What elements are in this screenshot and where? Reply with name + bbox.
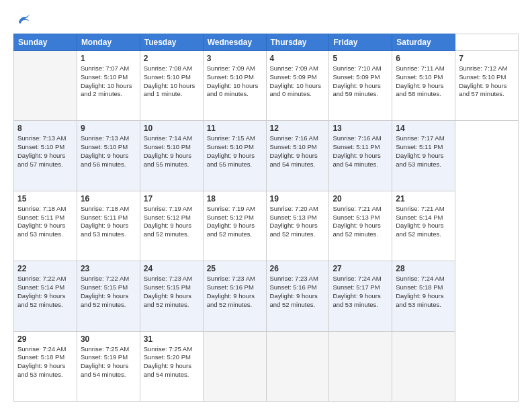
calendar-day: 2Sunrise: 7:08 AMSunset: 5:10 PMDaylight… (140, 51, 203, 121)
calendar-day: 26Sunrise: 7:23 AMSunset: 5:16 PMDayligh… (266, 261, 329, 331)
calendar-day: 5Sunrise: 7:10 AMSunset: 5:09 PMDaylight… (329, 51, 392, 121)
day-number: 19 (270, 194, 326, 203)
day-number: 9 (81, 124, 136, 133)
day-info: Sunrise: 7:13 AMSunset: 5:10 PMDaylight:… (17, 134, 73, 169)
day-info: Sunrise: 7:22 AMSunset: 5:14 PMDaylight:… (17, 275, 73, 309)
day-number: 10 (144, 124, 200, 133)
day-number: 6 (396, 54, 451, 63)
day-info: Sunrise: 7:21 AMSunset: 5:14 PMDaylight:… (396, 205, 451, 239)
day-number: 1 (81, 54, 136, 63)
calendar-header-monday: Monday (77, 34, 140, 51)
day-number: 11 (207, 124, 263, 133)
day-info: Sunrise: 7:09 AMSunset: 5:10 PMDaylight:… (207, 64, 263, 99)
calendar-day: 28Sunrise: 7:24 AMSunset: 5:18 PMDayligh… (392, 261, 455, 331)
day-info: Sunrise: 7:19 AMSunset: 5:12 PMDaylight:… (144, 205, 200, 239)
day-info: Sunrise: 7:24 AMSunset: 5:18 PMDaylight:… (396, 275, 451, 309)
calendar-day: 23Sunrise: 7:22 AMSunset: 5:15 PMDayligh… (77, 261, 140, 331)
calendar-day: 18Sunrise: 7:19 AMSunset: 5:12 PMDayligh… (203, 191, 266, 261)
day-info: Sunrise: 7:23 AMSunset: 5:16 PMDaylight:… (270, 275, 326, 309)
day-info: Sunrise: 7:19 AMSunset: 5:12 PMDaylight:… (207, 205, 263, 239)
day-number: 20 (332, 194, 388, 203)
calendar-header-tuesday: Tuesday (140, 34, 203, 51)
day-info: Sunrise: 7:17 AMSunset: 5:11 PMDaylight:… (396, 134, 451, 169)
calendar-week-1: 8Sunrise: 7:13 AMSunset: 5:10 PMDaylight… (14, 121, 519, 191)
day-number: 4 (270, 54, 326, 63)
day-number: 22 (17, 264, 73, 273)
day-number: 8 (17, 124, 73, 133)
day-number: 7 (459, 54, 515, 63)
calendar-day: 17Sunrise: 7:19 AMSunset: 5:12 PMDayligh… (140, 191, 203, 261)
calendar-day: 4Sunrise: 7:09 AMSunset: 5:09 PMDaylight… (266, 51, 329, 121)
day-info: Sunrise: 7:23 AMSunset: 5:15 PMDaylight:… (144, 275, 200, 309)
day-number: 3 (207, 54, 263, 63)
calendar-day: 16Sunrise: 7:18 AMSunset: 5:11 PMDayligh… (77, 191, 140, 261)
day-info: Sunrise: 7:16 AMSunset: 5:11 PMDaylight:… (332, 134, 388, 169)
calendar-header-friday: Friday (329, 34, 392, 51)
header (13, 12, 519, 27)
calendar-day: 30Sunrise: 7:25 AMSunset: 5:19 PMDayligh… (77, 331, 140, 401)
calendar-day: 3Sunrise: 7:09 AMSunset: 5:10 PMDaylight… (203, 51, 266, 121)
calendar-header-row: SundayMondayTuesdayWednesdayThursdayFrid… (14, 34, 519, 51)
calendar-week-3: 22Sunrise: 7:22 AMSunset: 5:14 PMDayligh… (14, 261, 519, 331)
day-info: Sunrise: 7:24 AMSunset: 5:17 PMDaylight:… (332, 275, 388, 309)
calendar-day (266, 331, 329, 401)
day-info: Sunrise: 7:12 AMSunset: 5:10 PMDaylight:… (459, 64, 515, 99)
day-info: Sunrise: 7:18 AMSunset: 5:11 PMDaylight:… (17, 205, 73, 239)
logo-bird-icon (16, 12, 31, 27)
day-number: 28 (396, 264, 451, 273)
logo (13, 12, 31, 27)
calendar-header-sunday: Sunday (14, 34, 77, 51)
calendar-day (329, 331, 392, 401)
calendar-day (392, 331, 455, 401)
calendar-day: 31Sunrise: 7:25 AMSunset: 5:20 PMDayligh… (140, 331, 203, 401)
day-number: 26 (270, 264, 326, 273)
day-info: Sunrise: 7:16 AMSunset: 5:10 PMDaylight:… (270, 134, 326, 169)
day-info: Sunrise: 7:13 AMSunset: 5:10 PMDaylight:… (81, 134, 136, 169)
day-number: 29 (17, 334, 73, 344)
day-info: Sunrise: 7:07 AMSunset: 5:10 PMDaylight:… (81, 64, 136, 99)
day-number: 12 (270, 124, 326, 133)
day-number: 5 (332, 54, 388, 63)
day-number: 16 (81, 194, 136, 203)
day-number: 30 (81, 334, 136, 344)
day-number: 2 (144, 54, 200, 63)
calendar-day: 13Sunrise: 7:16 AMSunset: 5:11 PMDayligh… (329, 121, 392, 191)
day-info: Sunrise: 7:21 AMSunset: 5:13 PMDaylight:… (332, 205, 388, 239)
calendar-week-4: 29Sunrise: 7:24 AMSunset: 5:18 PMDayligh… (14, 331, 519, 401)
calendar-day: 19Sunrise: 7:20 AMSunset: 5:13 PMDayligh… (266, 191, 329, 261)
calendar-day: 20Sunrise: 7:21 AMSunset: 5:13 PMDayligh… (329, 191, 392, 261)
calendar-day: 27Sunrise: 7:24 AMSunset: 5:17 PMDayligh… (329, 261, 392, 331)
day-number: 15 (17, 194, 73, 203)
calendar-day: 12Sunrise: 7:16 AMSunset: 5:10 PMDayligh… (266, 121, 329, 191)
day-info: Sunrise: 7:10 AMSunset: 5:09 PMDaylight:… (332, 64, 388, 99)
calendar-day: 14Sunrise: 7:17 AMSunset: 5:11 PMDayligh… (392, 121, 455, 191)
calendar-week-0: 1Sunrise: 7:07 AMSunset: 5:10 PMDaylight… (14, 51, 519, 121)
calendar-day: 9Sunrise: 7:13 AMSunset: 5:10 PMDaylight… (77, 121, 140, 191)
calendar-day: 22Sunrise: 7:22 AMSunset: 5:14 PMDayligh… (14, 261, 77, 331)
calendar-day: 15Sunrise: 7:18 AMSunset: 5:11 PMDayligh… (14, 191, 77, 261)
calendar-day: 10Sunrise: 7:14 AMSunset: 5:10 PMDayligh… (140, 121, 203, 191)
day-number: 25 (207, 264, 263, 273)
calendar-day (14, 51, 77, 121)
day-info: Sunrise: 7:15 AMSunset: 5:10 PMDaylight:… (207, 134, 263, 169)
calendar-header-saturday: Saturday (392, 34, 455, 51)
day-info: Sunrise: 7:18 AMSunset: 5:11 PMDaylight:… (81, 205, 136, 239)
calendar-day: 29Sunrise: 7:24 AMSunset: 5:18 PMDayligh… (14, 331, 77, 401)
day-number: 23 (81, 264, 136, 273)
calendar-day: 6Sunrise: 7:11 AMSunset: 5:10 PMDaylight… (392, 51, 455, 121)
calendar-day: 24Sunrise: 7:23 AMSunset: 5:15 PMDayligh… (140, 261, 203, 331)
day-number: 13 (332, 124, 388, 133)
calendar-week-2: 15Sunrise: 7:18 AMSunset: 5:11 PMDayligh… (14, 191, 519, 261)
page: SundayMondayTuesdayWednesdayThursdayFrid… (0, 0, 532, 411)
calendar-day: 11Sunrise: 7:15 AMSunset: 5:10 PMDayligh… (203, 121, 266, 191)
day-info: Sunrise: 7:22 AMSunset: 5:15 PMDaylight:… (81, 275, 136, 309)
day-info: Sunrise: 7:23 AMSunset: 5:16 PMDaylight:… (207, 275, 263, 309)
calendar-day: 7Sunrise: 7:12 AMSunset: 5:10 PMDaylight… (455, 51, 519, 121)
calendar-header-thursday: Thursday (266, 34, 329, 51)
calendar-table: SundayMondayTuesdayWednesdayThursdayFrid… (13, 34, 519, 402)
day-info: Sunrise: 7:20 AMSunset: 5:13 PMDaylight:… (270, 205, 326, 239)
calendar-day (203, 331, 266, 401)
day-info: Sunrise: 7:08 AMSunset: 5:10 PMDaylight:… (144, 64, 200, 99)
calendar-day: 21Sunrise: 7:21 AMSunset: 5:14 PMDayligh… (392, 191, 455, 261)
day-info: Sunrise: 7:14 AMSunset: 5:10 PMDaylight:… (144, 134, 200, 169)
